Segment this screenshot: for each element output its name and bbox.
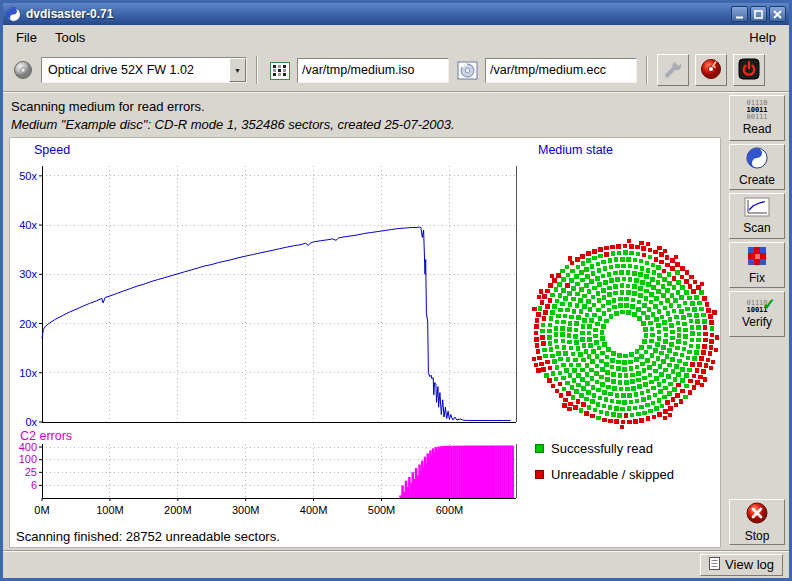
disc-legend: Successfully read Unreadable / skipped [535, 441, 674, 482]
speed-chart-title: Speed [34, 143, 70, 157]
read-button-label: Read [743, 122, 772, 136]
view-log-button[interactable]: View log [700, 554, 783, 576]
medium-state-title: Medium state [538, 143, 613, 157]
svg-text:600M: 600M [436, 504, 464, 516]
drive-select[interactable]: Optical drive 52X FW 1.02 ▼ [41, 57, 247, 83]
ecc-file-icon [455, 58, 479, 82]
iso-path-input[interactable] [297, 58, 449, 83]
svg-text:0M: 0M [34, 504, 49, 516]
quit-button[interactable] [733, 54, 765, 86]
window-title: dvdisaster-0.71 [26, 7, 726, 21]
verify-check-icon: 01110 10011 ✓ [746, 300, 767, 314]
status-line1: Scanning medium for read errors. [11, 98, 719, 116]
scan-chart-icon [744, 197, 770, 220]
log-icon [709, 557, 720, 573]
app-window: dvdisaster-0.71 File Tools Help [0, 0, 792, 581]
toolbar: Optical drive 52X FW 1.02 ▼ [3, 49, 789, 91]
ecc-path-input[interactable] [485, 58, 637, 83]
finished-status: Scanning finished: 28752 unreadable sect… [16, 529, 280, 544]
create-button-label: Create [739, 173, 775, 187]
maximize-button[interactable] [750, 6, 767, 22]
view-log-label: View log [725, 557, 774, 572]
titlebar[interactable]: dvdisaster-0.71 [3, 3, 789, 25]
app-icon [6, 7, 21, 22]
about-logo-button[interactable] [695, 54, 727, 86]
yin-yang-icon [746, 147, 768, 172]
chart-panel: 0x10x20x30x40x50x6251004000M100M200M300M… [9, 137, 721, 548]
power-icon [738, 58, 760, 83]
svg-text:100M: 100M [96, 504, 124, 516]
svg-text:0x: 0x [25, 416, 37, 428]
fix-button[interactable]: Fix [729, 242, 785, 288]
svg-text:30x: 30x [19, 268, 37, 280]
main-content: Scanning medium for read errors. Medium … [3, 93, 789, 550]
close-button[interactable] [769, 6, 786, 22]
read-button[interactable]: 01110 10011 00111 Read [729, 95, 785, 141]
iso-file-icon [267, 58, 291, 82]
legend-swatch-good [535, 444, 544, 453]
legend-label-bad: Unreadable / skipped [551, 467, 674, 482]
check-glyph: ✓ [762, 297, 775, 313]
left-column: Scanning medium for read errors. Medium … [3, 93, 725, 550]
legend-swatch-bad [535, 470, 544, 479]
footer-bar: View log [3, 550, 789, 578]
svg-text:10x: 10x [19, 367, 37, 379]
charts-canvas: 0x10x20x30x40x50x6251004000M100M200M300M… [10, 138, 721, 545]
svg-text:200M: 200M [164, 504, 192, 516]
dvdisaster-logo-icon [700, 58, 722, 83]
menu-file[interactable]: File [7, 28, 46, 47]
chevron-down-icon: ▼ [229, 58, 246, 82]
menu-help[interactable]: Help [740, 28, 785, 47]
legend-row-bad: Unreadable / skipped [535, 467, 674, 482]
menu-tools[interactable]: Tools [46, 28, 94, 47]
toolbar-separator [646, 56, 648, 84]
binary-read-icon: 01110 10011 00111 [746, 100, 767, 121]
window-controls [731, 6, 786, 22]
svg-text:500M: 500M [368, 504, 396, 516]
svg-text:20x: 20x [19, 318, 37, 330]
drive-icon [11, 58, 35, 82]
legend-label-good: Successfully read [551, 441, 653, 456]
stop-button[interactable]: Stop [729, 499, 785, 545]
svg-text:400M: 400M [300, 504, 328, 516]
minimize-button[interactable] [731, 6, 748, 22]
drive-select-value: Optical drive 52X FW 1.02 [42, 63, 229, 77]
status-line2: Medium "Example disc": CD-R mode 1, 3524… [11, 116, 719, 134]
verify-button[interactable]: 01110 10011 ✓ Verify [729, 291, 785, 337]
preferences-button[interactable] [657, 54, 689, 86]
scan-button-label: Scan [743, 221, 770, 235]
svg-text:25: 25 [25, 466, 37, 478]
svg-text:40x: 40x [19, 219, 37, 231]
scan-button[interactable]: Scan [729, 193, 785, 239]
action-sidebar: 01110 10011 00111 Read Create [725, 93, 789, 550]
stop-button-label: Stop [745, 529, 770, 543]
svg-text:300M: 300M [232, 504, 260, 516]
wrench-icon [663, 59, 683, 82]
menubar: File Tools Help [3, 25, 789, 49]
toolbar-separator [256, 56, 258, 84]
svg-text:50x: 50x [19, 170, 37, 182]
svg-text:6: 6 [31, 479, 37, 491]
status-area: Scanning medium for read errors. Medium … [9, 93, 721, 137]
stop-icon [745, 501, 769, 528]
verify-button-label: Verify [742, 315, 772, 329]
c2-chart-title: C2 errors [20, 429, 72, 443]
fix-button-label: Fix [749, 271, 765, 285]
svg-text:100: 100 [19, 453, 37, 465]
fix-blocks-icon [746, 245, 768, 270]
create-button[interactable]: Create [729, 144, 785, 190]
legend-row-good: Successfully read [535, 441, 674, 456]
